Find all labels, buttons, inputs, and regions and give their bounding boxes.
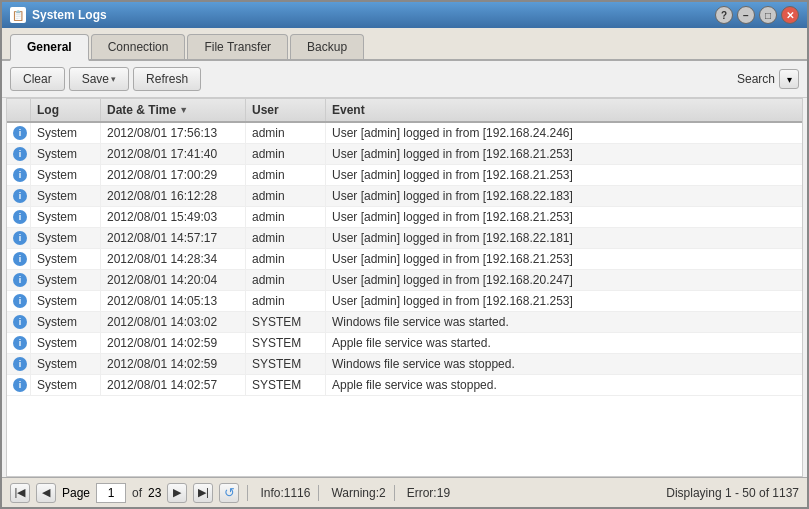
- info-icon: i: [13, 147, 27, 161]
- help-button[interactable]: ?: [715, 6, 733, 24]
- info-icon: i: [13, 357, 27, 371]
- divider-2: [318, 485, 319, 501]
- cell-event: User [admin] logged in from [192.168.21.…: [326, 249, 802, 269]
- cell-datetime: 2012/08/01 14:20:04: [101, 270, 246, 290]
- table-row[interactable]: i System 2012/08/01 17:00:29 admin User …: [7, 165, 802, 186]
- table-row[interactable]: i System 2012/08/01 14:57:17 admin User …: [7, 228, 802, 249]
- divider-1: [247, 485, 248, 501]
- title-bar-left: 📋 System Logs: [10, 7, 107, 23]
- cell-event: Apple file service was started.: [326, 333, 802, 353]
- info-icon: i: [13, 315, 27, 329]
- cell-user: SYSTEM: [246, 354, 326, 374]
- table-row[interactable]: i System 2012/08/01 15:49:03 admin User …: [7, 207, 802, 228]
- cell-log: System: [31, 207, 101, 227]
- col-header-user[interactable]: User: [246, 99, 326, 121]
- table-row[interactable]: i System 2012/08/01 14:28:34 admin User …: [7, 249, 802, 270]
- cell-icon: i: [7, 291, 31, 311]
- tab-file-transfer[interactable]: File Transfer: [187, 34, 288, 59]
- cell-user: admin: [246, 249, 326, 269]
- tab-backup[interactable]: Backup: [290, 34, 364, 59]
- table-row[interactable]: i System 2012/08/01 16:12:28 admin User …: [7, 186, 802, 207]
- table-body: i System 2012/08/01 17:56:13 admin User …: [7, 123, 802, 476]
- refresh-button[interactable]: Refresh: [133, 67, 201, 91]
- table-row[interactable]: i System 2012/08/01 14:02:59 SYSTEM Appl…: [7, 333, 802, 354]
- cell-log: System: [31, 249, 101, 269]
- page-of: of: [132, 486, 142, 500]
- cell-event: User [admin] logged in from [192.168.21.…: [326, 165, 802, 185]
- cell-event: User [admin] logged in from [192.168.24.…: [326, 123, 802, 143]
- save-button[interactable]: Save ▾: [69, 67, 129, 91]
- col-header-datetime[interactable]: Date & Time ▼: [101, 99, 246, 121]
- cell-icon: i: [7, 375, 31, 395]
- cell-datetime: 2012/08/01 14:28:34: [101, 249, 246, 269]
- last-page-button[interactable]: ▶|: [193, 483, 213, 503]
- search-label: Search: [737, 72, 775, 86]
- cell-datetime: 2012/08/01 16:12:28: [101, 186, 246, 206]
- cell-datetime: 2012/08/01 14:57:17: [101, 228, 246, 248]
- cell-datetime: 2012/08/01 14:02:59: [101, 333, 246, 353]
- cell-user: admin: [246, 228, 326, 248]
- info-icon: i: [13, 378, 27, 392]
- cell-datetime: 2012/08/01 14:02:57: [101, 375, 246, 395]
- info-icon: i: [13, 231, 27, 245]
- table-row[interactable]: i System 2012/08/01 17:41:40 admin User …: [7, 144, 802, 165]
- cell-log: System: [31, 333, 101, 353]
- cell-icon: i: [7, 228, 31, 248]
- first-page-button[interactable]: |◀: [10, 483, 30, 503]
- cell-log: System: [31, 270, 101, 290]
- cell-icon: i: [7, 270, 31, 290]
- table-refresh-button[interactable]: ↺: [219, 483, 239, 503]
- maximize-button[interactable]: □: [759, 6, 777, 24]
- cell-log: System: [31, 291, 101, 311]
- table-row[interactable]: i System 2012/08/01 14:20:04 admin User …: [7, 270, 802, 291]
- cell-log: System: [31, 228, 101, 248]
- info-icon: i: [13, 126, 27, 140]
- cell-datetime: 2012/08/01 17:41:40: [101, 144, 246, 164]
- col-header-event[interactable]: Event: [326, 99, 802, 121]
- info-icon: i: [13, 252, 27, 266]
- table-row[interactable]: i System 2012/08/01 14:02:59 SYSTEM Wind…: [7, 354, 802, 375]
- search-expand-button[interactable]: ▾: [779, 69, 799, 89]
- info-icon: i: [13, 210, 27, 224]
- clear-button[interactable]: Clear: [10, 67, 65, 91]
- col-header-log[interactable]: Log: [31, 99, 101, 121]
- info-icon: i: [13, 294, 27, 308]
- cell-datetime: 2012/08/01 14:05:13: [101, 291, 246, 311]
- page-input[interactable]: [96, 483, 126, 503]
- info-icon: i: [13, 189, 27, 203]
- table-row[interactable]: i System 2012/08/01 14:02:57 SYSTEM Appl…: [7, 375, 802, 396]
- cell-datetime: 2012/08/01 17:56:13: [101, 123, 246, 143]
- cell-log: System: [31, 354, 101, 374]
- cell-log: System: [31, 186, 101, 206]
- info-icon: i: [13, 168, 27, 182]
- minimize-button[interactable]: −: [737, 6, 755, 24]
- cell-datetime: 2012/08/01 17:00:29: [101, 165, 246, 185]
- cell-icon: i: [7, 333, 31, 353]
- tab-connection[interactable]: Connection: [91, 34, 186, 59]
- cell-log: System: [31, 144, 101, 164]
- cell-log: System: [31, 165, 101, 185]
- close-button[interactable]: ✕: [781, 6, 799, 24]
- tab-general[interactable]: General: [10, 34, 89, 61]
- cell-user: SYSTEM: [246, 312, 326, 332]
- next-page-button[interactable]: ▶: [167, 483, 187, 503]
- cell-icon: i: [7, 354, 31, 374]
- cell-event: User [admin] logged in from [192.168.21.…: [326, 144, 802, 164]
- cell-event: User [admin] logged in from [192.168.22.…: [326, 228, 802, 248]
- save-label: Save: [82, 72, 109, 86]
- page-total: 23: [148, 486, 161, 500]
- table-row[interactable]: i System 2012/08/01 14:05:13 admin User …: [7, 291, 802, 312]
- cell-datetime: 2012/08/01 14:02:59: [101, 354, 246, 374]
- prev-page-button[interactable]: ◀: [36, 483, 56, 503]
- info-count: Info:1116: [260, 486, 310, 500]
- save-dropdown-arrow: ▾: [111, 74, 116, 84]
- cell-datetime: 2012/08/01 14:03:02: [101, 312, 246, 332]
- cell-icon: i: [7, 165, 31, 185]
- cell-user: admin: [246, 123, 326, 143]
- info-icon: i: [13, 336, 27, 350]
- cell-icon: i: [7, 144, 31, 164]
- table-row[interactable]: i System 2012/08/01 17:56:13 admin User …: [7, 123, 802, 144]
- cell-event: User [admin] logged in from [192.168.21.…: [326, 207, 802, 227]
- status-bar: |◀ ◀ Page of 23 ▶ ▶| ↺ Info:1116 Warning…: [2, 477, 807, 507]
- table-row[interactable]: i System 2012/08/01 14:03:02 SYSTEM Wind…: [7, 312, 802, 333]
